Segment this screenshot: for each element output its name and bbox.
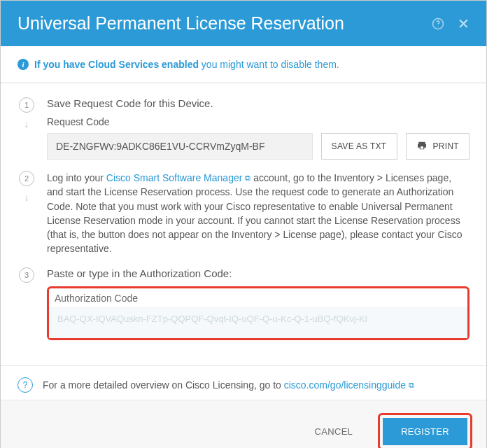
info-text-bold: If you have Cloud Services enabled xyxy=(34,59,199,70)
step-marker-3: 3 xyxy=(17,267,36,340)
request-code-value[interactable]: DE-ZNGFWv:9ADKC86E1VU-CCRVmZyqM-BF xyxy=(47,133,313,160)
auth-code-input[interactable] xyxy=(49,307,467,338)
close-icon[interactable]: ✕ xyxy=(458,15,470,32)
arrow-down-icon: ↓ xyxy=(24,118,29,130)
print-icon xyxy=(416,140,428,153)
auth-code-label: Authorization Code xyxy=(49,288,467,307)
print-button[interactable]: PRINT xyxy=(406,133,470,160)
request-code-label: Request Code xyxy=(47,116,470,127)
modal-footer: CANCEL REGISTER xyxy=(1,400,486,448)
external-link-icon: ⧉ xyxy=(409,381,414,389)
question-icon: ? xyxy=(17,377,33,393)
licensing-guide-link[interactable]: cisco.com/go/licensingguide ⧉ xyxy=(284,379,414,391)
info-banner: i If you have Cloud Services enabled you… xyxy=(1,46,486,78)
license-modal: Universal Permanent License Reservation … xyxy=(0,0,487,448)
modal-header: Universal Permanent License Reservation … xyxy=(1,1,486,46)
step-1: 1 ↓ Save Request Code for this Device. R… xyxy=(17,97,470,160)
step-3: 3 Paste or type in the Authorization Cod… xyxy=(17,267,470,340)
step-2: 2 ↓ Log into your Cisco Smart Software M… xyxy=(17,171,470,256)
cssm-link[interactable]: Cisco Smart Software Manager ⧉ xyxy=(106,172,250,183)
step-number: 3 xyxy=(19,267,34,283)
info-text-rest: you might want to disable them. xyxy=(199,59,339,70)
svg-point-1 xyxy=(437,26,438,27)
step-1-title: Save Request Code for this Device. xyxy=(47,97,470,109)
step-number: 1 xyxy=(19,97,34,113)
cancel-button[interactable]: CANCEL xyxy=(299,413,369,448)
save-as-txt-button[interactable]: SAVE AS TXT xyxy=(321,133,397,160)
step-marker-2: 2 ↓ xyxy=(17,171,36,256)
header-actions: ✕ xyxy=(431,15,470,32)
steps-container: 1 ↓ Save Request Code for this Device. R… xyxy=(1,83,486,358)
help-icon[interactable] xyxy=(431,17,445,31)
print-button-label: PRINT xyxy=(433,141,460,151)
help-row: ? For a more detailed overview on Cisco … xyxy=(1,365,486,400)
step-2-text: Log into your Cisco Smart Software Manag… xyxy=(47,171,470,256)
help-text: For a more detailed overview on Cisco Li… xyxy=(43,379,284,391)
step-3-title: Paste or type in the Authorization Code: xyxy=(47,267,470,279)
step-marker-1: 1 ↓ xyxy=(17,97,36,160)
register-button[interactable]: REGISTER xyxy=(383,418,467,445)
step-number: 2 xyxy=(19,171,34,186)
arrow-down-icon: ↓ xyxy=(24,192,29,203)
auth-code-highlight: Authorization Code xyxy=(47,286,470,340)
info-icon: i xyxy=(17,59,29,70)
modal-title: Universal Permanent License Reservation xyxy=(17,13,344,34)
register-highlight: REGISTER xyxy=(378,413,472,448)
